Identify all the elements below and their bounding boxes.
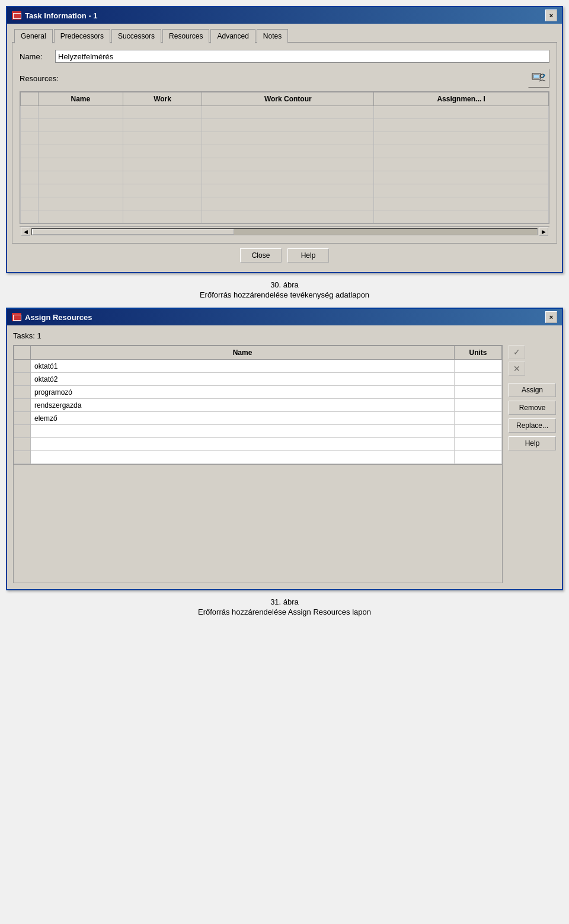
remove-button[interactable]: Remove (509, 401, 556, 415)
assign-row[interactable]: oktató2 (14, 373, 502, 386)
assign-empty-area (13, 465, 503, 583)
assign-row[interactable]: elemző (14, 412, 502, 425)
table-row (21, 210, 549, 223)
col-rownum (21, 92, 39, 106)
horizontal-scrollbar[interactable]: ◀ ▶ (20, 226, 549, 236)
window1-titlebar: Task Information - 1 × (7, 7, 562, 24)
scroll-left-arrow[interactable]: ◀ (21, 228, 30, 236)
window1-body: General Predecessors Successors Resource… (7, 24, 562, 272)
resources-tab-content: Name: Resources: (12, 42, 557, 244)
col-assign-name: Name (31, 346, 455, 360)
name-input[interactable] (55, 50, 549, 63)
window2-titlebar: Assign Resources × (7, 309, 562, 325)
x-icon: ✕ (513, 364, 520, 373)
assign-row-empty (14, 451, 502, 464)
assign-row-empty (14, 438, 502, 451)
resources-label: Resources: (20, 74, 59, 83)
col-name: Name (39, 92, 123, 106)
col-assign-units: Units (455, 346, 502, 360)
window1-footer: Close Help (12, 244, 557, 267)
assign-resources-window: Assign Resources × Tasks: 1 Name Units (6, 308, 563, 590)
check-icon-button[interactable]: ✓ (509, 345, 525, 359)
caption2-num: 31. ábra (6, 597, 563, 606)
assign-name-rendszergazda[interactable]: rendszergazda (31, 399, 455, 412)
scroll-right-arrow[interactable]: ▶ (539, 228, 548, 236)
window2-title: Assign Resources (25, 313, 92, 322)
assign-table: Name Units oktató1 (14, 346, 502, 464)
assign-name-oktato1[interactable]: oktató1 (31, 360, 455, 373)
window1-title: Task Information - 1 (25, 11, 98, 20)
assign-row[interactable]: oktató1 (14, 360, 502, 373)
col-work-contour: Work Contour (202, 92, 374, 106)
table-row (21, 158, 549, 171)
assign-units-oktato1[interactable] (455, 360, 502, 373)
tab-notes[interactable]: Notes (257, 29, 288, 43)
assign-resources-icon-button[interactable] (528, 69, 549, 88)
assign-units-elemzo[interactable] (455, 412, 502, 425)
tab-successors[interactable]: Successors (111, 29, 161, 43)
assign-units-rendszergazda[interactable] (455, 399, 502, 412)
col-work: Work (123, 92, 202, 106)
caption2-text: Erőforrás hozzárendelése Assign Resource… (198, 608, 371, 616)
assign-action-buttons: Assign Remove Replace... Help (509, 383, 556, 450)
assign-help-button[interactable]: Help (509, 436, 556, 450)
caption1: 30. ábra Erőforrás hozzárendelése tevéke… (6, 280, 563, 299)
col-assignment: Assignmen... I (374, 92, 549, 106)
caption2: 31. ábra Erőforrás hozzárendelése Assign… (6, 597, 563, 616)
assign-left: Name Units oktató1 (13, 345, 503, 583)
resources-header: Resources: (20, 69, 549, 88)
task-information-window: Task Information - 1 × General Predecess… (6, 6, 563, 273)
table-row (21, 106, 549, 119)
scroll-thumb[interactable] (32, 229, 234, 235)
tab-resources[interactable]: Resources (162, 29, 209, 43)
tab-predecessors[interactable]: Predecessors (54, 29, 110, 43)
assign-row-empty (14, 425, 502, 438)
check-icon: ✓ (513, 347, 520, 357)
assign-units-programozo[interactable] (455, 386, 502, 399)
assign-button[interactable]: Assign (509, 383, 556, 397)
table-row (21, 171, 549, 184)
tab-bar: General Predecessors Successors Resource… (12, 28, 557, 43)
resources-table: Name Work Work Contour Assignmen... I (20, 92, 549, 223)
window2-body: Tasks: 1 Name Units (7, 325, 562, 589)
table-row (21, 184, 549, 197)
tab-general[interactable]: General (14, 29, 53, 43)
close-button[interactable]: Close (240, 248, 282, 263)
window2-close-button[interactable]: × (545, 311, 557, 323)
assign-name-elemzo[interactable]: elemző (31, 412, 455, 425)
assign-name-oktato2[interactable]: oktató2 (31, 373, 455, 386)
assign-name-programozo[interactable]: programozó (31, 386, 455, 399)
caption1-text: Erőforrás hozzárendelése tevékenység ada… (200, 290, 369, 299)
x-icon-button[interactable]: ✕ (509, 362, 525, 376)
assign-layout: Name Units oktató1 (13, 345, 556, 583)
table-row (21, 145, 549, 158)
window1-close-button[interactable]: × (545, 9, 557, 21)
table-row (21, 132, 549, 145)
name-row: Name: (20, 50, 549, 63)
help-button[interactable]: Help (287, 248, 329, 263)
resources-table-container: Name Work Work Contour Assignmen... I (20, 91, 549, 224)
scroll-track[interactable] (31, 228, 538, 235)
tasks-label: Tasks: 1 (13, 331, 556, 340)
col-rownum-assign (14, 346, 31, 360)
assign-row[interactable]: rendszergazda (14, 399, 502, 412)
assign-table-container: Name Units oktató1 (13, 345, 503, 465)
table-row (21, 119, 549, 132)
app-icon (12, 11, 21, 20)
name-label: Name: (20, 52, 55, 61)
assign-units-oktato2[interactable] (455, 373, 502, 386)
assign-side-controls: ✓ ✕ Assign Remove Replace... Help (509, 345, 556, 583)
svg-rect-1 (533, 75, 539, 78)
replace-button[interactable]: Replace... (509, 418, 556, 433)
caption1-num: 30. ábra (6, 280, 563, 289)
assign-icon (532, 72, 546, 85)
tab-advanced[interactable]: Advanced (210, 29, 255, 43)
assign-row[interactable]: programozó (14, 386, 502, 399)
table-row (21, 197, 549, 210)
app-icon2 (12, 313, 21, 321)
